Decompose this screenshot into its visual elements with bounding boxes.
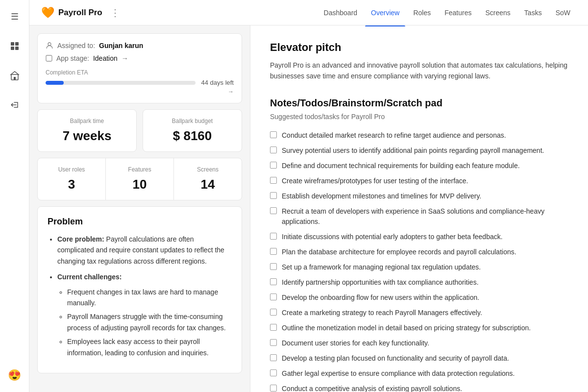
logo-emoji: 🧡	[41, 6, 54, 19]
todo-item: Survey potential users to identify addit…	[270, 146, 568, 156]
todo-checkbox[interactable]	[270, 263, 277, 270]
person-icon	[46, 42, 53, 49]
core-problem-bold: Core problem:	[57, 235, 104, 243]
todo-item: Define and document technical requiremen…	[270, 161, 568, 171]
problem-list: Core problem: Payroll calculations are o…	[48, 234, 232, 358]
sidebar: ☰ 😍	[0, 0, 29, 392]
completion-label: Completion ETA	[46, 69, 234, 76]
stat-features: Features 10	[106, 158, 174, 200]
progress-bar	[46, 81, 196, 85]
main-area: 🧡 Payroll Pro ⋮ Dashboard Overview Roles…	[29, 0, 588, 392]
challenges-list: Frequent changes in tax laws are hard to…	[57, 287, 232, 358]
svg-rect-2	[11, 47, 14, 50]
ballpark-time-card: Ballpark time 7 weeks	[37, 109, 137, 152]
todo-checkbox[interactable]	[270, 131, 277, 138]
screens-label: Screens	[182, 166, 234, 173]
todo-text: Create wireframes/prototypes for user te…	[282, 176, 468, 186]
todo-list: Conduct detailed market research to refi…	[270, 130, 568, 392]
building-icon[interactable]	[6, 67, 24, 84]
features-value: 10	[114, 177, 166, 192]
todo-checkbox[interactable]	[270, 324, 277, 331]
todo-item: Set up a framework for managing regional…	[270, 262, 568, 272]
notes-title: Notes/Todos/Brainstorm/Scratch pad	[270, 98, 568, 109]
ballpark-time-label: Ballpark time	[46, 118, 128, 124]
todo-item: Create a marketing strategy to reach Pay…	[270, 308, 568, 318]
grid-icon[interactable]	[6, 37, 24, 55]
nav-roles[interactable]: Roles	[407, 6, 437, 20]
nav-features[interactable]: Features	[439, 6, 477, 20]
todo-text: Develop a testing plan focused on functi…	[282, 353, 509, 364]
todo-checkbox[interactable]	[270, 278, 277, 285]
challenge-2: Payroll Managers struggle with the time-…	[67, 311, 232, 333]
todo-checkbox[interactable]	[270, 162, 277, 169]
todo-text: Set up a framework for managing regional…	[282, 262, 481, 272]
todo-checkbox[interactable]	[270, 248, 277, 255]
problem-item-1: Core problem: Payroll calculations are o…	[57, 234, 232, 267]
app-menu-button[interactable]: ⋮	[110, 7, 120, 19]
todo-checkbox[interactable]	[270, 369, 277, 376]
right-panel: Elevator pitch Payroll Pro is an advance…	[250, 25, 588, 392]
svg-rect-1	[15, 42, 19, 46]
challenge-1: Frequent changes in tax laws are hard to…	[67, 287, 232, 309]
todo-text: Develop the onboarding flow for new user…	[282, 293, 479, 303]
stat-screens: Screens 14	[174, 158, 242, 200]
stage-row: App stage: Ideation →	[46, 54, 234, 62]
nav-sow[interactable]: SoW	[550, 6, 576, 20]
todo-item: Identify partnership opportunities with …	[270, 277, 568, 288]
todo-checkbox[interactable]	[270, 294, 277, 300]
svg-rect-7	[46, 55, 52, 61]
svg-rect-0	[11, 42, 14, 46]
assigned-row: Assigned to: Gunjan karun	[46, 42, 234, 49]
features-label: Features	[114, 166, 166, 173]
notes-subtitle: Suggested todos/tasks for Payroll Pro	[270, 113, 568, 121]
nav-dashboard[interactable]: Dashboard	[318, 6, 364, 20]
todo-item: Develop the onboarding flow for new user…	[270, 293, 568, 303]
todo-text: Initiate discussions with potential earl…	[282, 232, 503, 242]
user-roles-value: 3	[46, 177, 98, 192]
todo-checkbox[interactable]	[270, 233, 277, 240]
todo-item: Recruit a team of developers with experi…	[270, 206, 568, 227]
nav-screens[interactable]: Screens	[480, 6, 516, 20]
todo-text: Define and document technical requiremen…	[282, 161, 520, 171]
ballpark-time-value: 7 weeks	[46, 128, 128, 144]
signin-icon[interactable]	[6, 96, 24, 114]
todo-item: Plan the database architecture for emplo…	[270, 247, 568, 257]
stat-user-roles: User roles 3	[38, 158, 106, 200]
todo-text: Identify partnership opportunities with …	[282, 277, 479, 288]
todo-text: Plan the database architecture for emplo…	[282, 247, 516, 257]
emoji-icon[interactable]: 😍	[6, 367, 24, 384]
screens-value: 14	[182, 177, 234, 192]
nav-overview[interactable]: Overview	[365, 6, 405, 20]
elevator-title: Elevator pitch	[270, 41, 568, 54]
checkbox-icon	[46, 55, 52, 62]
svg-point-6	[48, 43, 51, 46]
todo-checkbox[interactable]	[270, 192, 277, 199]
user-roles-label: User roles	[46, 166, 98, 173]
content-split: Assigned to: Gunjan karun App stage: Ide…	[29, 25, 588, 392]
app-logo: 🧡 Payroll Pro	[41, 6, 102, 19]
todo-text: Outline the monetization model in detail…	[282, 323, 531, 333]
menu-icon[interactable]: ☰	[6, 8, 24, 25]
todo-text: Establish development milestones and tim…	[282, 191, 481, 201]
days-left: 44 days left	[201, 79, 234, 86]
todo-checkbox[interactable]	[270, 207, 277, 214]
ballpark-row: Ballpark time 7 weeks Ballpark budget $ …	[37, 109, 242, 152]
problem-item-2: Current challenges: Frequent changes in …	[57, 271, 232, 358]
todo-checkbox[interactable]	[270, 385, 277, 392]
app-name: Payroll Pro	[58, 8, 102, 18]
nav-links: Dashboard Overview Roles Features Screen…	[318, 6, 576, 20]
todo-checkbox[interactable]	[270, 309, 277, 316]
todo-item: Develop a testing plan focused on functi…	[270, 353, 568, 364]
progress-fill	[46, 81, 64, 85]
app-stage-label: App stage:	[56, 54, 89, 62]
todo-text: Survey potential users to identify addit…	[282, 146, 544, 156]
todo-checkbox[interactable]	[270, 177, 277, 184]
todo-checkbox[interactable]	[270, 354, 277, 361]
todo-item: Initiate discussions with potential earl…	[270, 232, 568, 242]
days-arrow: →	[46, 88, 234, 95]
todo-checkbox[interactable]	[270, 147, 277, 153]
problem-title: Problem	[48, 217, 232, 227]
current-challenges-bold: Current challenges:	[57, 273, 122, 281]
nav-tasks[interactable]: Tasks	[518, 6, 548, 20]
todo-checkbox[interactable]	[270, 339, 277, 346]
